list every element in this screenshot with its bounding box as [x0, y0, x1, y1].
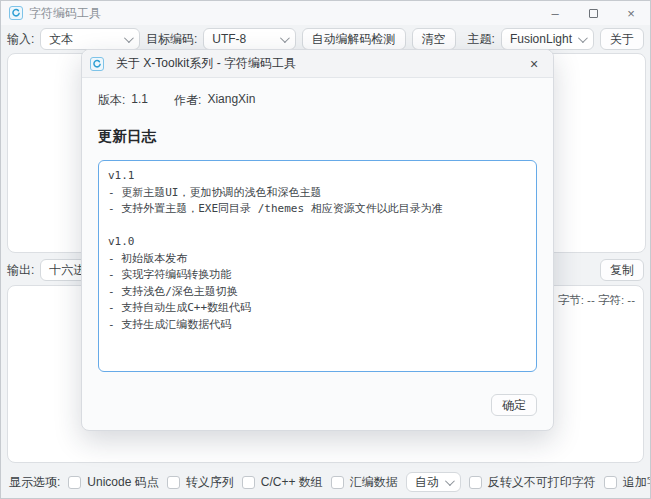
- version-author-gap: [154, 92, 168, 109]
- option-asm-data[interactable]: 汇编数据: [331, 474, 398, 491]
- app-window: 字符编码工具 – × 输入: 文本 目标编码: UTF-8 自动编解码检测 清空…: [0, 0, 651, 499]
- byte-char-count: 字节: -- 字符: --: [558, 293, 635, 308]
- checkbox-icon[interactable]: [68, 476, 81, 489]
- asm-mode-value: 自动: [415, 474, 439, 491]
- changelog-header: 更新日志: [98, 127, 537, 146]
- option-label: C/C++ 数组: [261, 474, 323, 491]
- window-controls: – ×: [536, 1, 650, 25]
- display-options-label: 显示选项:: [9, 474, 60, 491]
- dialog-close-button[interactable]: ×: [523, 53, 545, 75]
- about-dialog: 关于 X-Toolkit系列 - 字符编码工具 × 版本: 1.1 作者: Xi…: [81, 49, 554, 431]
- input-type-select[interactable]: 文本: [40, 28, 140, 50]
- option-append-nul[interactable]: 追加字符串结尾 NUL: [604, 474, 651, 491]
- theme-value: FusionLight: [510, 32, 572, 46]
- about-button[interactable]: 关于: [600, 28, 644, 50]
- dialog-body: 版本: 1.1 作者: XiangXin 更新日志 v1.1 - 更新主题UI，…: [82, 78, 553, 384]
- version-value: 1.1: [131, 92, 148, 109]
- asm-mode-select[interactable]: 自动: [406, 472, 461, 492]
- checkbox-icon[interactable]: [242, 476, 255, 489]
- option-c-array[interactable]: C/C++ 数组: [242, 474, 323, 491]
- app-logo-icon: [9, 6, 23, 20]
- app-logo-icon: [90, 57, 104, 71]
- checkbox-icon[interactable]: [331, 476, 344, 489]
- version-label: 版本:: [98, 92, 125, 109]
- chevron-down-icon: [280, 33, 290, 43]
- author-value: XiangXin: [207, 92, 255, 109]
- output-label: 输出:: [7, 262, 34, 279]
- copy-button[interactable]: 复制: [600, 259, 644, 281]
- input-label: 输入:: [7, 31, 34, 48]
- chevron-down-icon: [124, 33, 134, 43]
- option-label: 反转义不可打印字符: [488, 474, 596, 491]
- input-type-value: 文本: [49, 31, 118, 48]
- checkbox-icon[interactable]: [469, 476, 482, 489]
- minimize-button[interactable]: –: [536, 1, 574, 25]
- option-label: 汇编数据: [350, 474, 398, 491]
- option-escape-sequence[interactable]: 转义序列: [167, 474, 234, 491]
- ok-button[interactable]: 确定: [491, 394, 537, 416]
- dialog-footer: 确定: [82, 384, 553, 430]
- version-row: 版本: 1.1 作者: XiangXin: [98, 92, 537, 109]
- target-encoding-label: 目标编码:: [146, 31, 197, 48]
- window-title: 字符编码工具: [29, 5, 536, 22]
- checkbox-icon[interactable]: [167, 476, 180, 489]
- option-label: 追加字符串结尾 NUL: [623, 474, 651, 491]
- dialog-title-bar: 关于 X-Toolkit系列 - 字符编码工具 ×: [82, 50, 553, 78]
- maximize-button[interactable]: [574, 1, 612, 25]
- theme-select[interactable]: FusionLight: [501, 28, 594, 50]
- target-encoding-select[interactable]: UTF-8: [203, 28, 295, 50]
- target-encoding-value: UTF-8: [212, 32, 273, 46]
- auto-detect-button[interactable]: 自动编解码检测: [302, 28, 406, 50]
- option-label: Unicode 码点: [87, 474, 158, 491]
- clear-button[interactable]: 清空: [412, 28, 456, 50]
- option-unicode-codepoint[interactable]: Unicode 码点: [68, 474, 158, 491]
- close-button[interactable]: ×: [612, 1, 650, 25]
- display-options-bar: 显示选项: Unicode 码点 转义序列 C/C++ 数组 汇编数据 自动 反…: [1, 466, 650, 498]
- chevron-down-icon: [445, 476, 455, 486]
- changelog-textarea[interactable]: v1.1 - 更新主题UI，更加协调的浅色和深色主题 - 支持外置主题，EXE同…: [98, 160, 537, 372]
- title-bar: 字符编码工具 – ×: [1, 1, 650, 25]
- option-label: 转义序列: [186, 474, 234, 491]
- checkbox-icon[interactable]: [604, 476, 617, 489]
- option-unescape-nonprintable[interactable]: 反转义不可打印字符: [469, 474, 596, 491]
- maximize-icon: [589, 9, 598, 18]
- chevron-down-icon: [578, 33, 588, 43]
- theme-label: 主题:: [468, 31, 495, 48]
- dialog-title: 关于 X-Toolkit系列 - 字符编码工具: [116, 55, 517, 72]
- author-label: 作者:: [174, 92, 201, 109]
